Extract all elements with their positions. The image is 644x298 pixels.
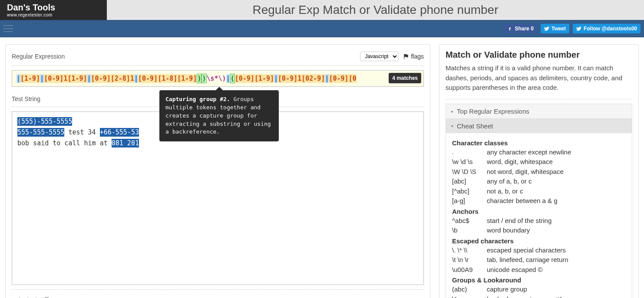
cheat-key: . [452, 147, 487, 157]
match-highlight: +66-555-53 [100, 128, 139, 137]
regex-token[interactable]: ) [197, 74, 201, 83]
cheat-value: not a, b, or c [487, 187, 626, 196]
cheat-value: any character except newline [487, 147, 626, 157]
page-title-bar: Regular Exp Match or Validate phone numb… [107, 0, 644, 20]
tw-tweet-label: Tweet [552, 26, 566, 32]
fb-share-count: 0 [531, 26, 534, 32]
accordion-top-label: Top Regular Expressions [457, 108, 529, 115]
twitter-follow-button[interactable]: Follow @danstools00 [573, 24, 641, 33]
cheat-key: [abc] [452, 177, 487, 187]
regex-token[interactable]: ) [201, 74, 206, 83]
cheat-value: character between a & g [487, 196, 626, 206]
regex-token[interactable]: 1 [297, 74, 301, 83]
regex-token[interactable]: | [40, 74, 44, 83]
regex-token[interactable]: [1-9] [67, 74, 87, 83]
regex-token[interactable]: \s* [207, 74, 218, 83]
cheat-value: word, digit, whitespace [487, 157, 626, 167]
flavor-select[interactable]: Javascript [360, 52, 399, 61]
cheat-key: ^abc$ [452, 216, 487, 226]
regex-token[interactable]: | [274, 74, 278, 83]
cheat-row: [a-g]character between a & g [452, 196, 626, 206]
flags-toggle[interactable]: flags [403, 53, 424, 60]
cheat-row: .any character except newline [452, 147, 626, 157]
regex-token[interactable]: | [17, 74, 20, 83]
regex-token[interactable]: [0-9] [329, 74, 348, 83]
regex-token[interactable]: [0-9] [278, 74, 297, 83]
menu-icon[interactable] [3, 25, 13, 32]
cheat-key: \t \n \r [452, 255, 487, 265]
cheat-key: \1 [452, 295, 487, 298]
facebook-share-button[interactable]: Share 0 [504, 24, 537, 33]
regex-token[interactable]: [0-9] [138, 74, 158, 83]
cheat-value: tab, linefeed, carriage return [487, 255, 626, 265]
navbar: Share 0 Tweet Follow @danstools00 [0, 20, 644, 37]
cheat-row: \1backreference to group #1 [452, 295, 626, 298]
brand-logo[interactable]: Dan's Tools www.regextester.com [0, 0, 107, 20]
editor-panel: Regular Expression Javascript flags |[1-… [5, 44, 430, 298]
regex-token[interactable]: ( [230, 74, 235, 83]
regex-token[interactable]: [1-8] [158, 74, 177, 83]
regex-token[interactable]: 1 [63, 74, 67, 83]
test-text: test 34 [64, 128, 99, 136]
accordion-cheat-sheet[interactable]: ▾ Cheat Sheet [446, 119, 632, 133]
accordion-top-regex[interactable]: ▸ Top Regular Expressions [446, 104, 632, 118]
regex-token[interactable]: 1 [130, 74, 134, 83]
sidebar-panel: Match or Validate phone number Matches a… [439, 44, 639, 298]
cheat-key: \W \D \S [452, 167, 487, 177]
cheat-section-header: Escaped characters [452, 237, 626, 245]
cheat-row: \bword boundary [452, 226, 626, 236]
regex-token[interactable]: | [325, 74, 329, 83]
cheat-value: any of a, b, or c [487, 177, 626, 187]
cheat-row: \w \d \sword, digit, whitespace [452, 157, 626, 167]
match-highlight: 555-555-5555 [17, 128, 64, 137]
regex-token[interactable]: \) [218, 74, 226, 83]
cheat-value: not word, digit, whitespace [487, 167, 626, 177]
page-title: Regular Exp Match or Validate phone numb… [252, 3, 498, 17]
twitter-icon [576, 26, 581, 31]
cheat-row: \. \* \\escaped special characters [452, 246, 626, 255]
flag-icon [403, 53, 409, 59]
cheat-row: [^abc]not a, b, or c [452, 187, 626, 196]
cheat-row: \W \D \Snot word, digit, whitespace [452, 167, 626, 177]
regex-token[interactable]: [0-9] [235, 74, 254, 83]
cheat-section-header: Anchors [452, 208, 626, 215]
brand-subtitle: www.regextester.com [7, 13, 107, 17]
cheat-row: (abc)capture group [452, 285, 626, 295]
match-highlight: 081 201 [112, 139, 139, 147]
match-highlight: (555)-555-5555 [17, 117, 72, 126]
fb-share-label: Share [515, 26, 529, 32]
chevron-down-icon: ▾ [451, 124, 453, 128]
cheat-key: \. \* \\ [452, 246, 487, 255]
cheat-key: (abc) [452, 285, 487, 295]
cheat-key: \u00A9 [452, 265, 487, 275]
regex-token[interactable]: | [87, 74, 91, 83]
regex-label: Regular Expression [12, 53, 65, 60]
cheat-value: capture group [487, 285, 626, 295]
brand-title: Dan's Tools [7, 3, 107, 12]
cheat-value: start / end of the string [487, 216, 626, 226]
cheat-key: \b [452, 226, 487, 236]
regex-token[interactable]: | [134, 74, 138, 83]
regex-token[interactable]: [1-9] [254, 74, 274, 83]
regex-token[interactable]: [0-9] [91, 74, 111, 83]
cheat-section-header: Groups & Lookaround [452, 276, 626, 284]
accordion-cheat-label: Cheat Sheet [457, 122, 493, 130]
regex-token[interactable]: [2-8] [111, 74, 130, 83]
sidebar-title: Match or Validate phone number [446, 50, 632, 60]
cheat-row: ^abc$start / end of the string [452, 216, 626, 226]
cheat-value: backreference to group #1 [487, 295, 626, 298]
twitter-tweet-button[interactable]: Tweet [541, 24, 569, 33]
cheat-row: [abc]any of a, b, or c [452, 177, 626, 187]
regex-input[interactable]: |[1-9]|[0-9]1[1-9]|[0-9][2-8]1|[0-9][1-8… [12, 70, 424, 87]
cheat-value: word boundary [487, 226, 626, 236]
regex-token[interactable]: [02-9] [301, 74, 325, 83]
regex-token[interactable]: [0 [349, 74, 357, 83]
sidebar-description: Matches a string if it is a valid phone … [446, 63, 632, 93]
regex-token[interactable]: [1-9] [177, 74, 197, 83]
regex-token[interactable]: | [226, 74, 230, 83]
regex-token[interactable]: [1-9] [20, 74, 40, 83]
cheat-key: [a-g] [452, 196, 487, 206]
tw-follow-label: Follow @danstools00 [584, 26, 637, 32]
test-text: bob said to call him at [17, 139, 112, 147]
regex-token[interactable]: [0-9] [44, 74, 63, 83]
